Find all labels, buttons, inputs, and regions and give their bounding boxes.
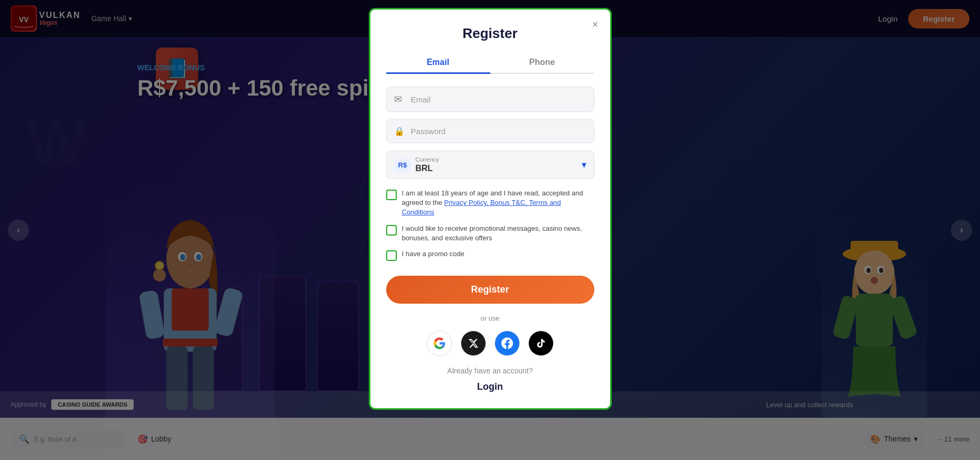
promo-messages-checkbox-row: I would like to receive promotional mess… [386, 224, 594, 243]
email-input-group: ✉ [386, 87, 594, 112]
privacy-policy-link[interactable]: Privacy Policy, [444, 199, 489, 206]
modal-title: Register [386, 25, 594, 42]
age-terms-checkbox[interactable] [386, 190, 397, 200]
email-icon: ✉ [394, 93, 406, 105]
modal-login-link[interactable]: Login [386, 381, 594, 392]
age-terms-label: I am at least 18 years of age and I have… [402, 189, 594, 218]
promo-code-label: I have a promo code [402, 249, 465, 259]
facebook-login-button[interactable] [494, 331, 520, 356]
bonus-tc-link[interactable]: Bonus T&C, [488, 199, 527, 206]
social-login-icons [386, 331, 594, 356]
x-login-button[interactable] [461, 331, 486, 356]
promo-code-checkbox[interactable] [386, 250, 397, 261]
password-input[interactable] [411, 127, 586, 136]
currency-label: Currency [415, 156, 577, 163]
modal-tabs: Email Phone [386, 52, 594, 74]
email-input[interactable] [411, 95, 586, 104]
currency-dropdown[interactable]: R$ Currency BRL ▾ [386, 151, 594, 179]
promo-messages-checkbox[interactable] [386, 225, 397, 236]
modal-close-button[interactable]: × [588, 17, 603, 32]
currency-value: BRL [415, 164, 433, 173]
currency-chevron-icon: ▾ [582, 159, 586, 171]
password-input-group: 🔒 [386, 119, 594, 143]
tiktok-login-button[interactable] [528, 331, 554, 356]
or-divider: or use [386, 314, 594, 322]
tab-phone[interactable]: Phone [490, 52, 594, 73]
google-login-button[interactable] [427, 331, 452, 356]
register-submit-button[interactable]: Register [386, 276, 594, 304]
modal-overlay[interactable]: × Register Email Phone ✉ 🔒 R$ Currency [0, 0, 980, 460]
currency-symbol: R$ [394, 159, 412, 171]
tab-email[interactable]: Email [386, 52, 490, 74]
lock-icon: 🔒 [394, 126, 406, 136]
promo-messages-label: I would like to receive promotional mess… [402, 224, 594, 243]
age-terms-checkbox-row: I am at least 18 years of age and I have… [386, 189, 594, 218]
promo-code-checkbox-row: I have a promo code [386, 249, 594, 261]
already-account-text: Already have an account? [386, 367, 594, 375]
register-modal: × Register Email Phone ✉ 🔒 R$ Currency [369, 8, 612, 410]
